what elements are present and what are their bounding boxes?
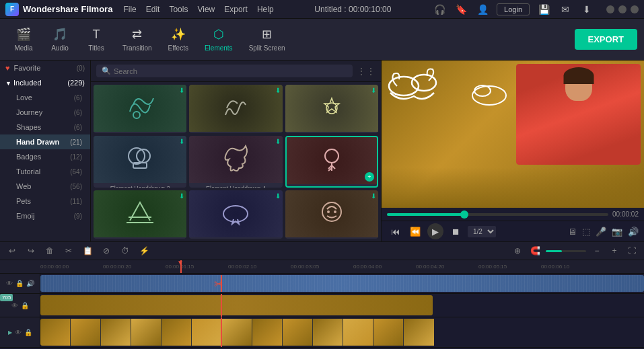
preview-panel: 00:00:02 ⏮ ⏪ ▶ ⏹ 1/2 1/1 2/1 🖥 ⬚ 🎤 📷 🔊 — [382, 61, 644, 241]
track-1-content[interactable]: ✂ — [40, 274, 644, 293]
sidebar-included-header[interactable]: ▼ Included (229) — [0, 75, 90, 90]
step-back-button[interactable]: ⏪ — [407, 223, 423, 239]
sidebar-item-pets[interactable]: Pets (11) — [0, 194, 90, 208]
menu-view[interactable]: View — [197, 5, 215, 14]
track-3: ▶ 👁 🔒 — [0, 317, 644, 348]
sidebar-item-love[interactable]: Love (6) — [0, 90, 90, 105]
badges-label: Badges — [16, 153, 41, 161]
tool-elements[interactable]: ⬡ Elements — [198, 24, 240, 54]
sidebar-item-hand-drawn[interactable]: Hand Drawn (21) — [0, 134, 90, 149]
element-card-4[interactable]: ⬇ Element Handdrawn 2 — [94, 136, 186, 187]
clock-button[interactable]: ⏱ — [118, 244, 132, 258]
tool-split-screen[interactable]: ⊞ Split Screen — [242, 24, 292, 54]
element-card-2[interactable]: ⬇ Element Handdrawn 15 — [189, 85, 282, 133]
ratio-select[interactable]: 1/2 1/1 2/1 — [468, 226, 496, 237]
sidebar-item-tutorial[interactable]: Tutorial (64) — [0, 164, 90, 179]
menu-file[interactable]: File — [123, 5, 136, 14]
user-icon[interactable]: 👤 — [475, 2, 490, 17]
element-label-4: Element Handdrawn 2 — [94, 183, 186, 187]
track-3-lock-icon[interactable]: 🔒 — [24, 329, 32, 336]
export-button[interactable]: EXPORT — [575, 29, 637, 50]
email-icon[interactable]: ✉ — [558, 2, 573, 17]
track-lock-icon[interactable]: 🔒 — [15, 280, 24, 287]
element-card-9[interactable]: ⬇ — [285, 190, 378, 239]
delete-button[interactable]: 🗑 — [43, 244, 57, 258]
grid-view-icon[interactable]: ⋮⋮ — [357, 66, 375, 77]
transition-label: Transition — [122, 44, 152, 52]
snapshot-icon[interactable]: 📷 — [612, 227, 622, 237]
track-sound-icon[interactable]: 🔊 — [26, 280, 34, 287]
tool-effects[interactable]: ✨ Effects — [162, 24, 195, 54]
time-display: 00:00:02 — [612, 210, 639, 218]
sidebar-item-journey[interactable]: Journey (6) — [0, 105, 90, 120]
track-2-lock-icon[interactable]: 🔒 — [21, 302, 29, 309]
zoom-bar[interactable] — [546, 250, 586, 252]
playhead[interactable]: ▼ — [180, 260, 182, 273]
track-2-content[interactable] — [40, 294, 644, 317]
track-3-content[interactable] — [40, 317, 644, 347]
undo-button[interactable]: ↩ — [5, 244, 19, 258]
fullscreen-button[interactable]: ⛶ — [625, 244, 639, 258]
track-2-eye-icon[interactable]: 👁 — [11, 302, 18, 309]
sidebar: ♥ Favorite (0) ▼ Included (229) Love (6)… — [0, 61, 91, 241]
hand-drawn-label: Hand Drawn — [16, 138, 59, 146]
sidebar-item-web[interactable]: Web (56) — [0, 179, 90, 194]
mic-icon[interactable]: 🎤 — [596, 227, 606, 237]
tool-transition[interactable]: ⇄ Transition — [116, 24, 159, 54]
progress-thumb[interactable] — [460, 210, 468, 219]
play-button[interactable]: ▶ — [427, 223, 443, 239]
ruler-mark-7: 00:00:05:15 — [478, 264, 541, 270]
search-input[interactable] — [114, 67, 347, 75]
zoom-in-button[interactable]: + — [608, 244, 621, 258]
tool-audio[interactable]: 🎵 Audio — [43, 24, 77, 54]
sidebar-item-emoji[interactable]: Emoij (9) — [0, 208, 90, 223]
menu-edit[interactable]: Edit — [146, 5, 160, 14]
element-card-8[interactable]: ⬇ — [189, 190, 282, 239]
element-label-5: Element Handdrawn 4 — [189, 183, 282, 187]
track-3-eye-icon[interactable]: 👁 — [15, 329, 22, 336]
layers-button[interactable]: ⚡ — [137, 244, 151, 258]
stop-button[interactable]: ⏹ — [448, 223, 464, 239]
download-icon-9: ⬇ — [371, 192, 376, 200]
copy-button[interactable]: 📋 — [81, 244, 94, 258]
sidebar-item-badges[interactable]: Badges (12) — [0, 149, 90, 164]
maximize-button[interactable] — [618, 5, 627, 13]
crop-icon[interactable]: ⬚ — [582, 227, 590, 237]
login-button[interactable]: Login — [497, 3, 530, 15]
track-eye-icon[interactable]: 👁 — [6, 280, 13, 287]
add-track-button[interactable]: ⊕ — [511, 244, 524, 258]
element-card-3[interactable]: ⬇ Element Handdrawn 1 — [285, 85, 378, 133]
tool-titles[interactable]: T Titles — [79, 25, 113, 54]
element-card-5[interactable]: ⬇ Element Handdrawn 4 — [189, 136, 282, 187]
close-button[interactable] — [631, 5, 639, 13]
element-thumb-5: ⬇ — [189, 136, 282, 183]
element-card-6[interactable]: + Element Handdrawn 20 — [285, 136, 378, 187]
bookmark-icon[interactable]: 🔖 — [454, 2, 468, 17]
progress-bar[interactable] — [387, 213, 608, 216]
cut-button[interactable]: ✂ — [62, 244, 75, 258]
download-icon[interactable]: ⬇ — [579, 2, 594, 17]
sidebar-item-favorite[interactable]: ♥ Favorite (0) — [0, 61, 90, 75]
menu-tools[interactable]: Tools — [169, 5, 188, 14]
minimize-button[interactable] — [606, 5, 614, 13]
element-card-7[interactable]: ⬇ — [94, 190, 186, 239]
tool-media[interactable]: 🎬 Media — [7, 24, 40, 54]
skip-back-button[interactable]: ⏮ — [387, 223, 403, 239]
magnet-button[interactable]: 🧲 — [528, 244, 542, 258]
monitor-icon[interactable]: 🖥 — [568, 227, 577, 237]
sidebar-item-shapes[interactable]: Shapes (6) — [0, 120, 90, 134]
volume-icon[interactable]: 🔊 — [628, 227, 639, 237]
ruler-mark-2: 00:00:01:15 — [166, 264, 228, 270]
shapes-label: Shapes — [16, 123, 41, 131]
headphone-icon[interactable]: 🎧 — [432, 2, 447, 17]
redo-button[interactable]: ↪ — [24, 244, 38, 258]
search-box[interactable]: 🔍 — [96, 65, 353, 77]
track-2: 705 👁 🔒 — [0, 294, 644, 317]
menu-help[interactable]: Help — [257, 5, 274, 14]
split-button[interactable]: ⊘ — [100, 244, 113, 258]
save-icon[interactable]: 💾 — [536, 2, 551, 17]
element-card-1[interactable]: ⬇ Element Handdrawn 5 — [94, 85, 186, 133]
zoom-out-button[interactable]: − — [590, 244, 604, 258]
menu-export[interactable]: Export — [224, 5, 248, 14]
timeline-right: ⊕ 🧲 − + ⛶ — [511, 244, 639, 258]
